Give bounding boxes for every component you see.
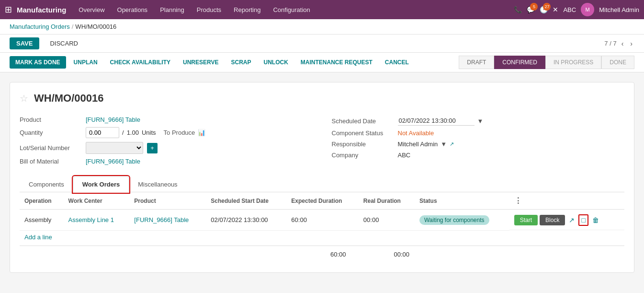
user-abbr: ABC: [563, 6, 576, 13]
nav-planning[interactable]: Planning: [154, 3, 190, 16]
nav-reporting[interactable]: Reporting: [228, 3, 266, 16]
nav-products[interactable]: Products: [191, 3, 227, 16]
tab-work-orders[interactable]: Work Orders: [73, 176, 129, 192]
nav-overview[interactable]: Overview: [73, 3, 110, 16]
footer-expected-value: 60:00: [330, 251, 346, 258]
footer-real-value: 00:00: [394, 251, 410, 258]
nav-operations[interactable]: Operations: [112, 3, 154, 16]
quantity-unit: Units: [142, 129, 156, 136]
row-status: Waiting for components: [415, 210, 509, 231]
discard-button[interactable]: DISCARD: [43, 37, 85, 49]
row-scheduled-start: 02/07/2022 13:30:00: [206, 210, 286, 231]
mark-as-done-button[interactable]: MARK AS DONE: [10, 56, 66, 69]
next-button[interactable]: ›: [628, 39, 634, 48]
clock-badge: 27: [543, 3, 551, 11]
bom-label: Bill of Material: [20, 158, 82, 165]
responsible-label: Responsible: [332, 141, 394, 148]
form-fields: Product [FURN_9666] Table Quantity / 1.0…: [20, 114, 624, 167]
start-button[interactable]: Start: [514, 215, 538, 225]
table-row: Assembly Assembly Line 1 [FURN_9666] Tab…: [20, 210, 624, 231]
breadcrumb: Manufacturing Orders / WH/MO/00016: [0, 19, 644, 35]
clock-icon[interactable]: 🕐 27: [540, 6, 548, 13]
quantity-input[interactable]: [86, 127, 119, 138]
tabs: Components Work Orders Miscellaneous: [20, 176, 624, 192]
messages-badge: 5: [530, 3, 538, 11]
tab-miscellaneous[interactable]: Miscellaneous: [129, 176, 186, 192]
lot-serial-select[interactable]: [86, 142, 143, 154]
row-detail-icon[interactable]: □: [578, 214, 588, 226]
row-delete-icon[interactable]: 🗑: [590, 215, 601, 225]
component-status-field-row: Component Status Not Available: [332, 128, 625, 139]
col-work-center: Work Center: [64, 192, 130, 210]
maintenance-request-button[interactable]: MAINTENANCE REQUEST: [296, 56, 377, 69]
scheduled-date-group: 02/07/2022 13:30:00 ▼: [398, 116, 484, 126]
close-icon[interactable]: ✕: [553, 6, 558, 13]
lot-add-icon[interactable]: +: [147, 143, 158, 153]
row-operation: Assembly: [20, 210, 64, 231]
bom-field-row: Bill of Material [FURN_9666] Table: [20, 156, 313, 167]
status-badge: Waiting for components: [419, 215, 489, 225]
pagination: 7 / 7 ‹ ›: [604, 39, 634, 48]
block-button[interactable]: Block: [540, 215, 565, 225]
scrap-button[interactable]: SCRAP: [226, 56, 256, 69]
responsible-field-row: Responsible Mitchell Admin ▼ ↗: [332, 139, 625, 150]
top-navigation: ⊞ Manufacturing Overview Operations Plan…: [0, 0, 644, 19]
main-content: ☆ WH/MO/00016 Product [FURN_9666] Table …: [0, 72, 644, 282]
row-real-duration: 00:00: [359, 210, 415, 231]
lot-serial-field-row: Lot/Serial Number +: [20, 140, 313, 156]
col-scheduled-start: Scheduled Start Date: [206, 192, 286, 210]
avatar[interactable]: M: [581, 3, 594, 16]
form-title: WH/MO/00016: [34, 92, 104, 105]
apps-icon[interactable]: ⊞: [5, 4, 12, 15]
status-in-progress: IN PROGRESS: [545, 56, 601, 69]
unlock-button[interactable]: UNLOCK: [259, 56, 293, 69]
row-work-center[interactable]: Assembly Line 1: [64, 210, 130, 231]
unplan-button[interactable]: UNPLAN: [69, 56, 102, 69]
product-field-row: Product [FURN_9666] Table: [20, 114, 313, 125]
top-menu: Overview Operations Planning Products Re…: [73, 3, 512, 16]
cancel-button[interactable]: CANCEL: [380, 56, 414, 69]
tab-components[interactable]: Components: [20, 176, 73, 192]
column-options-icon[interactable]: ⋮: [514, 197, 522, 205]
company-field-row: Company ABC: [332, 150, 625, 161]
nav-configuration[interactable]: Configuration: [267, 3, 316, 16]
row-external-link-icon[interactable]: ↗: [567, 215, 576, 225]
row-product[interactable]: [FURN_9666] Table: [129, 210, 206, 231]
workflow-status: DRAFT CONFIRMED IN PROGRESS DONE: [459, 56, 634, 69]
breadcrumb-separator: /: [72, 23, 74, 30]
status-confirmed: CONFIRMED: [494, 56, 545, 69]
col-real-duration: Real Duration: [359, 192, 415, 210]
add-line-link[interactable]: Add a line: [20, 231, 57, 244]
quantity-max: 1.00: [127, 129, 139, 136]
col-operation: Operation: [20, 192, 64, 210]
messages-icon[interactable]: 💬 5: [527, 6, 535, 13]
prev-button[interactable]: ‹: [620, 39, 626, 48]
responsible-external-link-icon[interactable]: ↗: [450, 141, 454, 147]
component-status-value: Not Available: [398, 129, 434, 137]
scheduled-date-value[interactable]: 02/07/2022 13:30:00: [398, 116, 475, 126]
pagination-count: 7 / 7: [604, 40, 616, 47]
company-label: Company: [332, 152, 394, 159]
responsible-value[interactable]: Mitchell Admin: [398, 141, 438, 148]
bom-value[interactable]: [FURN_9666] Table: [86, 158, 140, 165]
dropdown-icon[interactable]: ▼: [477, 117, 484, 125]
table-footer: 60:00 00:00: [20, 246, 624, 263]
work-orders-table: Operation Work Center Product Scheduled …: [20, 192, 624, 231]
phone-icon[interactable]: 📞: [514, 6, 522, 13]
row-actions: Start Block ↗ □ 🗑: [509, 210, 624, 230]
lot-serial-label: Lot/Serial Number: [20, 144, 82, 152]
form-header: ☆ WH/MO/00016: [20, 92, 624, 105]
product-label: Product: [20, 116, 82, 123]
unreserve-button[interactable]: UNRESERVE: [178, 56, 223, 69]
company-value: ABC: [398, 152, 411, 159]
save-button[interactable]: SAVE: [10, 37, 39, 49]
favorite-star-icon[interactable]: ☆: [20, 93, 28, 104]
chart-icon[interactable]: 📊: [198, 129, 205, 136]
right-column: Scheduled Date 02/07/2022 13:30:00 ▼ Com…: [332, 114, 625, 167]
breadcrumb-parent[interactable]: Manufacturing Orders: [10, 23, 70, 30]
check-availability-button[interactable]: CHECK AVAILABILITY: [105, 56, 175, 69]
col-product: Product: [129, 192, 206, 210]
responsible-dropdown-icon[interactable]: ▼: [441, 141, 447, 148]
quantity-label: Quantity: [20, 129, 82, 136]
product-value[interactable]: [FURN_9666] Table: [86, 116, 140, 123]
